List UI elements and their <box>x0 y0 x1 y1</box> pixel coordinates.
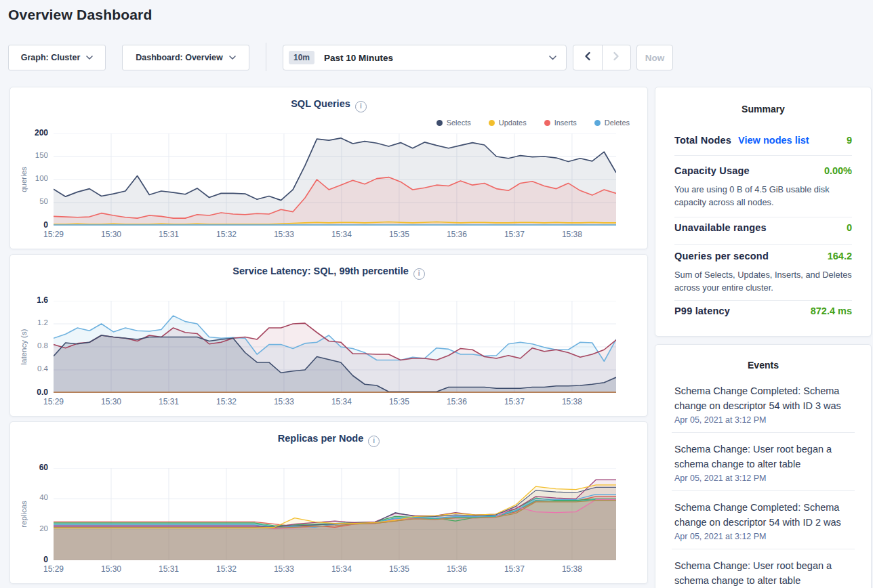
divider <box>674 217 852 217</box>
x-tick-label: 15:29 <box>35 230 73 239</box>
page-title: Overview Dashboard <box>8 7 153 23</box>
legend-item[interactable]: Selects <box>436 119 471 127</box>
x-tick-label: 15:38 <box>553 397 591 406</box>
info-icon[interactable]: i <box>355 101 367 112</box>
chart-title: Replicas per Node <box>278 433 364 444</box>
plot-area[interactable] <box>54 133 616 226</box>
legend-item[interactable]: Inserts <box>544 119 577 127</box>
x-tick-label: 15:30 <box>92 564 130 574</box>
capacity-value: 0.00% <box>824 165 852 176</box>
time-range-label: Past 10 Minutes <box>324 53 393 63</box>
event-message: Schema Change Completed: Schema change o… <box>674 500 855 530</box>
x-tick-label: 15:37 <box>495 397 533 406</box>
info-icon[interactable]: i <box>413 268 425 280</box>
chart-title: SQL Queries <box>291 98 350 109</box>
x-tick-label: 15:35 <box>380 564 418 574</box>
chart-title-row: Service Latency: SQL, 99th percentilei <box>10 266 647 280</box>
summary-row-total-nodes: Total Nodes View nodes list 9 <box>674 135 852 146</box>
legend-dot-icon <box>436 120 443 126</box>
graph-dropdown[interactable]: Graph: Cluster <box>8 45 106 70</box>
y-tick-label: 60 <box>13 463 48 472</box>
total-nodes-label: Total Nodes <box>674 135 731 146</box>
legend-dot-icon <box>489 120 495 126</box>
x-tick-label: 15:31 <box>150 397 188 406</box>
x-tick-label: 15:38 <box>553 564 591 574</box>
chart-canvas[interactable] <box>54 468 616 560</box>
y-tick-label: 0 <box>13 555 48 564</box>
chart-canvas[interactable] <box>54 133 616 226</box>
summary-panel: Summary Total Nodes View nodes list 9 Ca… <box>655 87 872 337</box>
x-tick-label: 15:34 <box>323 564 361 574</box>
x-tick-label: 15:35 <box>380 230 418 239</box>
y-tick-label: 1.6 <box>13 295 48 305</box>
events-title: Events <box>655 360 871 371</box>
event-timestamp: Apr 05, 2021 at 3:12 PM <box>674 474 855 483</box>
legend-dot-icon <box>544 120 550 126</box>
x-tick-label: 15:33 <box>265 564 303 574</box>
graph-dropdown-label: Graph: Cluster <box>21 53 81 62</box>
dashboard-dropdown[interactable]: Dashboard: Overview <box>122 45 249 70</box>
list-item: Schema Change: User root began a schema … <box>655 433 871 490</box>
info-icon[interactable]: i <box>368 436 380 447</box>
chart-panel-sql-queries: SQL Queriesi SelectsUpdatesInsertsDelete… <box>9 87 648 249</box>
y-tick-label: 100 <box>13 174 48 182</box>
x-tick-label: 15:36 <box>438 230 476 239</box>
time-range-selector[interactable]: 10m Past 10 Minutes <box>283 45 567 70</box>
y-axis-labels: 0204060 <box>13 468 48 560</box>
view-nodes-list-link[interactable]: View nodes list <box>738 135 809 146</box>
unavailable-ranges-value: 0 <box>847 222 852 233</box>
divider <box>674 300 852 301</box>
legend-item[interactable]: Updates <box>489 119 527 127</box>
x-tick-label: 15:31 <box>150 230 188 239</box>
x-axis-labels: 15:2915:3015:3115:3215:3315:3415:3515:36… <box>54 230 616 240</box>
x-tick-label: 15:34 <box>323 230 361 239</box>
p99-latency-label: P99 latency <box>674 306 730 316</box>
event-message: Schema Change Completed: Schema change o… <box>674 383 855 413</box>
y-tick-label: 1.2 <box>13 318 48 327</box>
x-tick-label: 15:33 <box>265 397 303 406</box>
divider <box>674 244 852 245</box>
chart-title-row: SQL Queriesi <box>10 98 647 112</box>
chevron-right-icon <box>612 51 620 64</box>
plot-area[interactable] <box>54 301 616 393</box>
chart-canvas[interactable] <box>54 301 616 393</box>
x-tick-label: 15:35 <box>380 397 418 406</box>
legend-dot-icon <box>594 120 601 126</box>
divider <box>674 155 852 156</box>
list-item: Schema Change: User root began a schema … <box>655 549 871 588</box>
x-tick-label: 15:33 <box>265 230 303 239</box>
next-range-button[interactable] <box>603 45 631 70</box>
p99-latency-value: 872.4 ms <box>811 306 852 316</box>
x-tick-label: 15:37 <box>495 564 533 574</box>
chevron-left-icon <box>584 51 592 64</box>
y-tick-label: 200 <box>13 128 48 138</box>
x-tick-label: 15:29 <box>35 564 73 574</box>
chevron-down-icon <box>229 56 236 60</box>
events-panel: Events Schema Change Completed: Schema c… <box>655 344 872 588</box>
x-tick-label: 15:30 <box>92 230 130 239</box>
y-tick-label: 0 <box>13 220 48 230</box>
capacity-subtext: You are using 0 B of 4.5 GiB usable disk… <box>674 183 856 209</box>
plot-area[interactable] <box>54 468 616 560</box>
legend-label: Deletes <box>605 119 630 127</box>
event-message: Schema Change: User root began a schema … <box>674 442 855 471</box>
event-timestamp: Apr 05, 2021 at 3:12 PM <box>674 532 855 541</box>
chart-title: Service Latency: SQL, 99th percentile <box>232 266 409 276</box>
event-message: Schema Change: User root began a schema … <box>674 558 855 588</box>
now-button[interactable]: Now <box>636 45 673 70</box>
y-tick-label: 150 <box>13 151 48 159</box>
dashboard-dropdown-label: Dashboard: Overview <box>136 53 223 62</box>
unavailable-ranges-label: Unavailable ranges <box>674 222 767 233</box>
legend-item[interactable]: Deletes <box>594 119 630 127</box>
x-tick-label: 15:30 <box>92 397 130 406</box>
x-tick-label: 15:32 <box>207 564 245 574</box>
legend-label: Inserts <box>554 119 577 127</box>
toolbar-divider <box>266 43 266 71</box>
list-item: Schema Change Completed: Schema change o… <box>655 491 871 549</box>
chart-panel-service-latency: Service Latency: SQL, 99th percentilei l… <box>9 254 648 417</box>
chevron-down-icon <box>86 56 93 60</box>
y-tick-label: 0.8 <box>13 341 48 350</box>
prev-range-button[interactable] <box>573 45 603 70</box>
qps-subtext: Sum of Selects, Updates, Inserts, and De… <box>674 268 856 294</box>
chevron-down-icon <box>549 56 556 60</box>
